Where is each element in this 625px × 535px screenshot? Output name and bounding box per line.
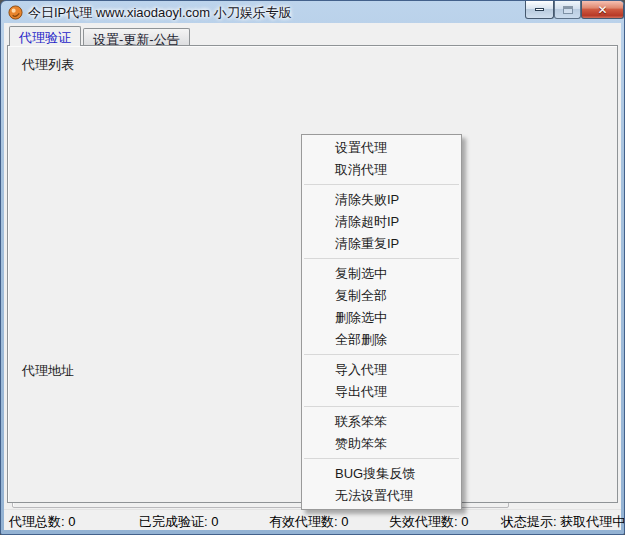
menu-separator xyxy=(304,458,459,459)
tab-settings-update[interactable]: 设置-更新-公告 xyxy=(83,28,190,46)
titlebar[interactable]: 今日IP代理 www.xiaodaoyl.com 小刀娱乐专版 ✕ xyxy=(1,1,624,23)
minimize-icon xyxy=(535,8,544,11)
menu-item[interactable]: 设置代理 xyxy=(302,137,461,159)
close-button[interactable]: ✕ xyxy=(581,1,624,19)
menu-separator xyxy=(304,184,459,185)
menu-item[interactable]: 联系笨笨 xyxy=(302,411,461,433)
menu-item[interactable]: 清除失败IP xyxy=(302,189,461,211)
status-bar: 代理总数: 0 已完成验证: 0 有效代理数: 0 失效代理数: 0 状态提示:… xyxy=(4,509,621,530)
status-total: 代理总数: 0 xyxy=(9,513,75,531)
menu-item[interactable]: BUG搜集反馈 xyxy=(302,463,461,485)
menu-item[interactable]: 删除选中 xyxy=(302,307,461,329)
menu-separator xyxy=(304,354,459,355)
menu-item[interactable]: 无法设置代理 xyxy=(302,485,461,507)
menu-item[interactable]: 全部删除 xyxy=(302,329,461,351)
app-window: 今日IP代理 www.xiaodaoyl.com 小刀娱乐专版 ✕ 代理验证 设… xyxy=(0,0,625,535)
maximize-icon xyxy=(563,6,573,14)
context-menu: 设置代理取消代理清除失败IP清除超时IP清除重复IP复制选中复制全部删除选中全部… xyxy=(301,134,462,510)
proxy-sources-group-label: 代理地址 xyxy=(19,362,77,380)
status-invalid: 失效代理数: 0 xyxy=(389,513,468,531)
menu-item[interactable]: 取消代理 xyxy=(302,159,461,181)
status-verified: 已完成验证: 0 xyxy=(139,513,218,531)
menu-item[interactable]: 导入代理 xyxy=(302,359,461,381)
menu-item[interactable]: 导出代理 xyxy=(302,381,461,403)
menu-separator xyxy=(304,406,459,407)
window-title: 今日IP代理 www.xiaodaoyl.com 小刀娱乐专版 xyxy=(28,4,292,22)
proxy-list-group-label: 代理列表 xyxy=(19,56,77,74)
close-icon: ✕ xyxy=(597,4,607,16)
minimize-button[interactable] xyxy=(525,1,554,19)
app-icon xyxy=(8,5,23,20)
menu-separator xyxy=(304,258,459,259)
menu-item[interactable]: 清除重复IP xyxy=(302,233,461,255)
menu-item[interactable]: 复制全部 xyxy=(302,285,461,307)
maximize-button[interactable] xyxy=(554,1,581,19)
tab-proxy-verify[interactable]: 代理验证 xyxy=(9,26,81,46)
menu-item[interactable]: 赞助笨笨 xyxy=(302,433,461,455)
status-valid: 有效代理数: 0 xyxy=(269,513,348,531)
menu-item[interactable]: 清除超时IP xyxy=(302,211,461,233)
status-hint: 状态提示: 获取代理中 xyxy=(501,513,625,531)
menu-item[interactable]: 复制选中 xyxy=(302,263,461,285)
